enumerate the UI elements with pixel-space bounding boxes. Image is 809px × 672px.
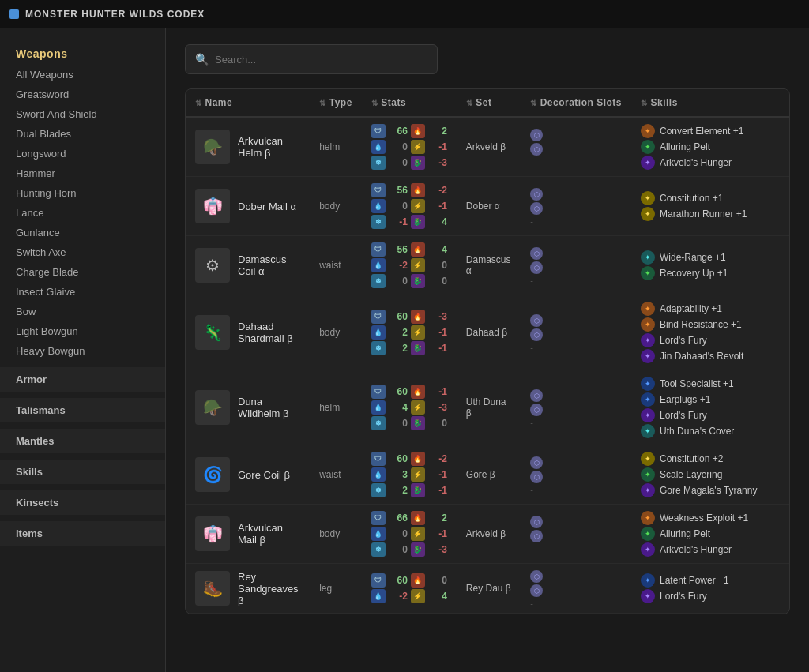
table-row[interactable]: 👘 Dober Mail α body🛡56 🔥-2💧0 ⚡-1❄-1 🐉4Do…: [186, 177, 789, 236]
sidebar-item-charge-blade[interactable]: Charge Blade: [0, 262, 165, 282]
skill-row: ✦ Lord's Fury: [641, 589, 780, 603]
skill-icon: ✦: [641, 266, 655, 280]
sidebar-item-gunlance[interactable]: Gunlance: [0, 223, 165, 242]
skill-row: ✦ Arkveld's Hunger: [641, 542, 780, 557]
deco-slot-2: ⬡: [530, 143, 622, 156]
skill-row: ✦ Latent Power +1: [641, 573, 780, 588]
thunder-icon: ⚡: [411, 325, 425, 340]
table-row[interactable]: 🦎 Dahaad Shardmail β body🛡60 🔥-3💧2 ⚡-1❄2…: [186, 295, 789, 370]
sidebar-item-insect-glaive[interactable]: Insect Glaive: [0, 282, 165, 302]
sort-icon: ⇅: [530, 99, 537, 107]
table-row[interactable]: 🪖 Duna Wildhelm β helm🛡60 🔥-1💧4 ⚡-3❄0 🐉0…: [186, 370, 789, 445]
col-header-type[interactable]: ⇅Type: [310, 89, 362, 117]
dragon-icon: 🐉: [411, 483, 425, 497]
water-val: -2: [389, 260, 408, 271]
table-row[interactable]: ⚙ Damascus Coil α waist🛡56 🔥4💧-2 ⚡0❄0 🐉0…: [186, 236, 789, 295]
skill-row: ✦ Bind Resistance +1: [641, 317, 780, 332]
armor-name-cell: 🪖 Duna Wildhelm β: [186, 370, 310, 445]
deco-slot-1: ⬡: [530, 389, 622, 402]
armor-type: body: [310, 505, 362, 564]
dragon-val: -1: [428, 343, 447, 354]
sidebar-category-armor[interactable]: Armor: [0, 367, 165, 392]
stat-water: 💧-2 ⚡0: [371, 258, 447, 272]
sidebar-item-switch-axe[interactable]: Switch Axe: [0, 242, 165, 262]
water-icon: 💧: [371, 527, 386, 541]
sidebar-category-mantles[interactable]: Mantles: [0, 429, 165, 453]
sidebar-item-heavy-bowgun[interactable]: Heavy Bowgun: [0, 341, 165, 361]
col-header-skills[interactable]: ⇅Skills: [631, 89, 789, 117]
stat-defense: 🛡56 🔥-2: [371, 183, 447, 197]
skill-icon: ✦: [641, 573, 655, 588]
thunder-icon: ⚡: [411, 589, 425, 603]
skill-row: ✦ Earplugs +1: [641, 392, 780, 407]
skill-icon: ✦: [641, 317, 655, 332]
sidebar-item-sword-and-shield[interactable]: Sword And Shield: [0, 104, 165, 124]
table-header: ⇅Name⇅Type⇅Stats⇅Set⇅Decoration Slots⇅Sk…: [186, 89, 789, 117]
armor-name-cell: 👘 Dober Mail α: [186, 177, 310, 236]
sidebar-item-lance[interactable]: Lance: [0, 203, 165, 223]
stat-ice: ❄2 🐉-1: [371, 483, 447, 497]
water-icon: 💧: [371, 467, 386, 482]
deco-gem: ⬡: [530, 314, 543, 327]
col-header-name[interactable]: ⇅Name: [186, 89, 310, 117]
deco-slots: ⬡ ⬡ -: [521, 117, 631, 177]
sidebar-category-skills[interactable]: Skills: [0, 460, 165, 484]
deco-slots: ⬡ ⬡ -: [521, 295, 631, 370]
name-cell-content: 🪖 Arkvulcan Helm β: [195, 130, 300, 164]
armor-stats: 🛡56 🔥-2💧0 ⚡-1❄-1 🐉4: [362, 177, 457, 236]
col-header-set[interactable]: ⇅Set: [457, 89, 521, 117]
deco-gem: ⬡: [530, 143, 543, 156]
stat-water: 💧4 ⚡-3: [371, 400, 447, 415]
sidebar-category-kinsects[interactable]: Kinsects: [0, 490, 165, 515]
sidebar-item-longsword[interactable]: Longsword: [0, 144, 165, 163]
armor-icon: 🦎: [195, 315, 230, 350]
deco-slots: ⬡ ⬡ -: [521, 505, 631, 564]
stat-ice: ❄-1 🐉4: [371, 215, 447, 229]
name-cell-content: 🌀 Gore Coil β: [195, 457, 300, 492]
skill-name: Adaptability +1: [660, 303, 722, 314]
dragon-icon: 🐉: [411, 156, 425, 170]
dragon-val: 4: [428, 216, 447, 227]
defense-icon: 🛡: [371, 124, 386, 138]
sidebar-item-all-weapons[interactable]: All Weapons: [0, 65, 165, 84]
skill-row: ✦ Scale Layering: [641, 467, 780, 482]
deco-slot-1: ⬡: [530, 314, 622, 327]
sidebar-item-bow[interactable]: Bow: [0, 302, 165, 321]
skill-row: ✦ Alluring Pelt: [641, 527, 780, 541]
sidebar-item-light-bowgun[interactable]: Light Bowgun: [0, 321, 165, 341]
col-header-decoration-slots[interactable]: ⇅Decoration Slots: [521, 89, 631, 117]
ice-icon: ❄: [371, 416, 386, 430]
table-row[interactable]: 🪖 Arkvulcan Helm β helm🛡66 🔥2💧0 ⚡-1❄0 🐉-…: [186, 117, 789, 177]
sidebar-item-hunting-horn[interactable]: Hunting Horn: [0, 183, 165, 203]
water-icon: 💧: [371, 325, 386, 340]
armor-name-cell: 👘 Arkvulcan Mail β: [186, 505, 310, 564]
col-header-stats[interactable]: ⇅Stats: [362, 89, 457, 117]
sidebar-item-dual-blades[interactable]: Dual Blades: [0, 124, 165, 144]
armor-icon: 🪖: [195, 390, 230, 425]
fire-icon: 🔥: [411, 310, 425, 324]
armor-name: Duna Wildhelm β: [238, 396, 300, 419]
armor-table-wrapper: ⇅Name⇅Type⇅Stats⇅Set⇅Decoration Slots⇅Sk…: [185, 88, 790, 614]
thunder-val: 0: [428, 260, 447, 271]
skill-icon: ✦: [641, 511, 655, 525]
sidebar-item-hammer[interactable]: Hammer: [0, 163, 165, 183]
thunder-val: -3: [428, 402, 447, 413]
name-cell-content: 🪖 Duna Wildhelm β: [195, 390, 300, 425]
titlebar-icon: [9, 9, 19, 19]
titlebar: MONSTER HUNTER WILDS CODEX: [0, 0, 809, 28]
table-row[interactable]: 🥾 Rey Sandgreaves β leg🛡60 🔥0💧-2 ⚡4Rey D…: [186, 564, 789, 614]
sidebar-item-greatsword[interactable]: Greatsword: [0, 84, 165, 104]
table-row[interactable]: 👘 Arkvulcan Mail β body🛡66 🔥2💧0 ⚡-1❄0 🐉-…: [186, 505, 789, 564]
table-row[interactable]: 🌀 Gore Coil β waist🛡60 🔥-2💧3 ⚡-1❄2 🐉-1Go…: [186, 445, 789, 505]
armor-skills: ✦ Weakness Exploit +1✦ Alluring Pelt✦ Ar…: [631, 505, 789, 564]
thunder-val: 4: [428, 591, 447, 602]
search-input[interactable]: [215, 54, 427, 66]
defense-icon: 🛡: [371, 385, 386, 399]
sidebar-category-talismans[interactable]: Talismans: [0, 398, 165, 422]
deco-dash: -: [530, 343, 622, 352]
sidebar-category-items[interactable]: Items: [0, 521, 165, 546]
water-val: 0: [389, 201, 408, 212]
deco-slot-2: ⬡: [530, 471, 622, 483]
skill-name: Gore Magala's Tyranny: [660, 485, 757, 496]
armor-skills: ✦ Convert Element +1✦ Alluring Pelt✦ Ark…: [631, 117, 789, 177]
